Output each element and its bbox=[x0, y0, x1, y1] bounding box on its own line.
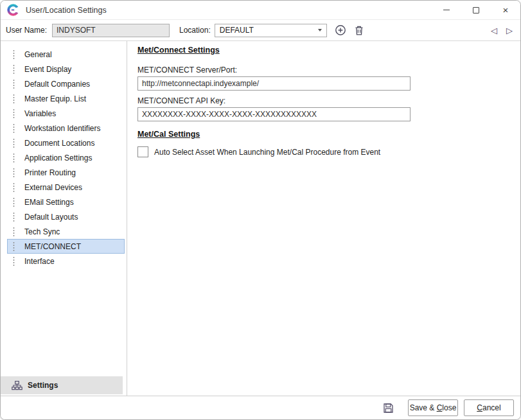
caption-buttons: × bbox=[432, 1, 520, 19]
user-name-label: User Name: bbox=[6, 26, 47, 35]
sidebar-item-label: Default Companies bbox=[24, 80, 90, 89]
api-key-input[interactable] bbox=[137, 107, 411, 121]
auto-select-checkbox-label: Auto Select Asset When Launching Met/Cal… bbox=[154, 148, 380, 157]
sidebar-item-label: Event Display bbox=[24, 65, 71, 74]
auto-select-checkbox[interactable] bbox=[137, 146, 148, 157]
grip-dots-icon bbox=[13, 241, 15, 252]
sidebar-item-tech-sync[interactable]: Tech Sync bbox=[7, 224, 125, 239]
sidebar-item-label: General bbox=[24, 50, 52, 59]
grip-dots-icon bbox=[13, 256, 15, 267]
grip-dots-icon bbox=[13, 212, 15, 222]
sidebar-item-printer-routing[interactable]: Printer Routing bbox=[7, 165, 125, 180]
sidebar-item-email-settings[interactable]: EMail Settings bbox=[7, 195, 125, 209]
grip-dots-icon bbox=[13, 197, 15, 207]
settings-footer-label: Settings bbox=[28, 381, 58, 390]
metconnect-settings-heading: Met/Connect Settings bbox=[137, 46, 510, 55]
window-title: User/Location Settings bbox=[26, 6, 107, 15]
add-location-button[interactable] bbox=[335, 24, 346, 36]
sidebar-item-default-companies[interactable]: Default Companies bbox=[7, 76, 125, 91]
footer-bar: Save & Close Cancel bbox=[1, 396, 520, 419]
maximize-icon bbox=[473, 7, 479, 13]
sidebar-item-event-display[interactable]: Event Display bbox=[7, 62, 125, 76]
sidebar-item-label: EMail Settings bbox=[24, 198, 74, 207]
sidebar-item-label: Variables bbox=[24, 109, 56, 118]
plus-circle-icon bbox=[335, 24, 346, 36]
chevron-down-icon bbox=[318, 29, 322, 31]
grip-dots-icon bbox=[13, 153, 15, 163]
close-icon: × bbox=[503, 5, 509, 15]
sidebar-item-label: Printer Routing bbox=[24, 168, 76, 177]
sidebar-item-variables[interactable]: Variables bbox=[7, 106, 125, 121]
next-record-button[interactable]: ▷ bbox=[506, 26, 513, 35]
sidebar-item-label: Workstation Identifiers bbox=[24, 124, 101, 133]
floppy-disk-icon bbox=[383, 403, 394, 414]
grip-dots-icon bbox=[13, 227, 15, 237]
sidebar-item-interface[interactable]: Interface bbox=[7, 254, 125, 268]
trash-icon bbox=[354, 25, 364, 36]
close-button[interactable]: × bbox=[491, 1, 520, 19]
sidebar-item-label: External Devices bbox=[24, 183, 82, 192]
save-button[interactable] bbox=[383, 403, 394, 414]
sidebar-item-label: Document Locations bbox=[24, 139, 94, 148]
user-name-field[interactable] bbox=[52, 24, 170, 37]
grip-dots-icon bbox=[13, 138, 15, 148]
sidebar-item-application-settings[interactable]: Application Settings bbox=[7, 150, 125, 165]
sidebar-item-label: MET/CONNECT bbox=[24, 242, 81, 251]
sidebar-footer-settings[interactable]: Settings bbox=[1, 376, 123, 394]
sidebar-item-workstation-identifiers[interactable]: Workstation Identifiers bbox=[7, 121, 125, 136]
main-pane: Met/Connect Settings MET/CONNECT Server/… bbox=[127, 41, 520, 396]
metcal-settings-heading: Met/Cal Settings bbox=[137, 130, 510, 139]
sidebar-item-label: Tech Sync bbox=[24, 227, 60, 236]
sidebar-item-general[interactable]: General bbox=[7, 47, 125, 62]
location-dropdown-value: DEFAULT bbox=[220, 26, 254, 35]
grip-dots-icon bbox=[13, 109, 15, 119]
indysoft-logo-icon bbox=[7, 4, 19, 16]
content-area: GeneralEvent DisplayDefault CompaniesMas… bbox=[1, 41, 520, 396]
sidebar-item-label: Application Settings bbox=[24, 153, 92, 162]
grip-dots-icon bbox=[13, 64, 15, 74]
user-location-settings-window: User/Location Settings × User Name: Loca… bbox=[0, 0, 521, 420]
cancel-button[interactable]: Cancel bbox=[464, 399, 514, 416]
maximize-button[interactable] bbox=[461, 1, 491, 19]
grip-dots-icon bbox=[13, 123, 15, 134]
sidebar-nav: GeneralEvent DisplayDefault CompaniesMas… bbox=[1, 47, 127, 268]
sidebar-item-master-equip-list[interactable]: Master Equip. List bbox=[7, 91, 125, 106]
api-key-label: MET/CONNECT API Key: bbox=[137, 96, 510, 105]
sidebar-item-external-devices[interactable]: External Devices bbox=[7, 180, 125, 195]
title-bar: User/Location Settings × bbox=[1, 1, 520, 20]
grip-dots-icon bbox=[13, 49, 15, 60]
grip-dots-icon bbox=[13, 182, 15, 193]
auto-select-checkbox-row: Auto Select Asset When Launching Met/Cal… bbox=[137, 146, 510, 157]
sidebar-item-label: Interface bbox=[24, 257, 55, 266]
server-port-input[interactable] bbox=[137, 76, 411, 91]
previous-record-button[interactable]: ◁ bbox=[491, 26, 497, 35]
sitemap-icon bbox=[12, 381, 22, 390]
sidebar-item-document-locations[interactable]: Document Locations bbox=[7, 136, 125, 150]
grip-dots-icon bbox=[13, 79, 15, 89]
location-label: Location: bbox=[179, 26, 211, 35]
sidebar: GeneralEvent DisplayDefault CompaniesMas… bbox=[1, 41, 127, 396]
delete-location-button[interactable] bbox=[354, 25, 364, 36]
grip-dots-icon bbox=[13, 94, 15, 104]
server-port-label: MET/CONNECT Server/Port: bbox=[137, 66, 510, 74]
location-dropdown[interactable]: DEFAULT bbox=[215, 24, 327, 37]
minimize-icon bbox=[443, 10, 450, 10]
sidebar-item-default-layouts[interactable]: Default Layouts bbox=[7, 209, 125, 224]
minimize-button[interactable] bbox=[432, 1, 461, 19]
sidebar-item-label: Default Layouts bbox=[24, 213, 78, 222]
sidebar-item-label: Master Equip. List bbox=[24, 94, 86, 103]
sidebar-item-met-connect[interactable]: MET/CONNECT bbox=[7, 239, 125, 254]
toolbar: User Name: Location: DEFAULT ◁ ▷ bbox=[1, 20, 520, 41]
grip-dots-icon bbox=[13, 168, 15, 178]
save-and-close-button[interactable]: Save & Close bbox=[408, 399, 458, 416]
